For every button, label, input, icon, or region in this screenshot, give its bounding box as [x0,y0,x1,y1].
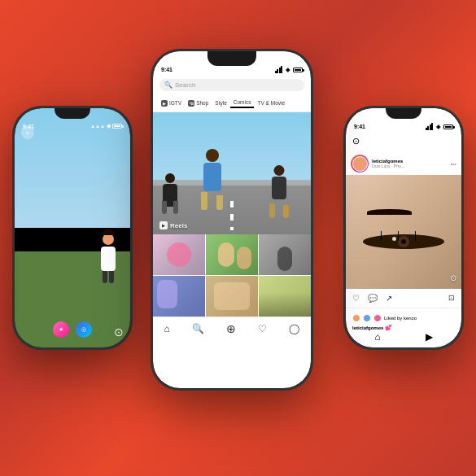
shop-icon: 🛍 [188,100,194,107]
grid-item-3[interactable] [259,234,311,275]
skater-3 [268,165,290,218]
save-icon-overlay[interactable]: ⊙ [450,269,456,284]
right-screen: 9:41 ◈ ⊙ leticiafgomes [346,108,461,347]
category-tabs: ▶ IGTV 🛍 Shop Style Comics TV & Movie [153,94,311,112]
right-battery-icon [443,124,453,129]
figure-body [101,247,116,271]
eyelash-3 [415,231,416,241]
skin-bg [346,175,461,289]
grid-item-2[interactable] [206,234,258,275]
grid-item-6[interactable] [259,276,311,317]
main-explore-image: ▶ Reels [153,112,311,234]
close-button[interactable]: × [21,126,34,139]
eyebrow [367,209,412,215]
figure-hair [102,229,115,235]
left-battery-icon [112,124,122,129]
center-notch [207,51,256,66]
nav-profile-icon[interactable]: ◯ [289,323,299,334]
heart-icon-post[interactable]: ♡ [352,294,360,303]
skater-3-body [268,165,290,218]
skater-1-body [161,173,179,214]
eye-highlight [392,237,396,241]
center-status-icons: ◈ [275,66,304,73]
skater-3-leg1 [269,203,275,218]
comment-icon-post[interactable]: 💬 [368,294,378,303]
skater-3-torso [272,177,286,199]
grid-item-5[interactable] [206,276,258,317]
camera-icon-left[interactable]: ⊙ [114,325,124,339]
nav-home-icon[interactable]: ⌂ [164,323,170,334]
search-bar[interactable]: 🔍 Search [159,79,304,91]
skater-2 [198,149,226,210]
skater-1-leg2 [173,201,178,214]
story-icon-sticker[interactable]: ★ [53,321,69,338]
right-bottom-nav: ⌂ ▶ [346,331,461,343]
grid-item-1[interactable] [153,234,205,275]
right-nav-reels[interactable]: ▶ [426,331,433,343]
left-signal-icon: ▲▲▲ [90,124,105,129]
portrait-image: ⊙ [346,175,461,289]
story-sub-text: Dua Lipa · Phy... [372,164,448,168]
nav-add-icon[interactable]: ⊕ [226,322,236,335]
liked-text: Liked by kenzo [384,316,417,321]
nav-heart-icon[interactable]: ♡ [258,323,267,334]
right-time: 9:41 [354,124,365,129]
phone-center: 9:41 ◈ 🔍 Search ▶ IGTV [151,49,313,391]
person-silhouette-2 [237,247,251,269]
left-notch [55,108,90,119]
skater-1-leg1 [162,201,167,214]
skate-grid-photo [259,234,311,275]
flower-center [167,242,191,267]
skater-2-leg2 [216,195,223,210]
skater-2-head [206,149,219,162]
more-options-icon[interactable]: ••• [451,161,456,167]
center-time: 9:41 [161,67,172,72]
iris [398,236,409,247]
tab-igtv[interactable]: ▶ IGTV [158,98,185,108]
skater-1 [161,173,179,214]
center-wifi-icon: ◈ [286,67,290,73]
eyelash-1 [381,231,382,241]
pupil [401,239,406,244]
skater-2-body [198,149,226,210]
center-screen: 9:41 ◈ 🔍 Search ▶ IGTV [153,51,311,388]
story-icon-filter[interactable]: ◎ [76,321,92,338]
grid-item-4[interactable] [153,276,205,317]
search-placeholder: Search [175,81,195,89]
left-status-icons: ▲▲▲ ◈ [90,123,122,129]
story-avatar-inner [352,156,368,172]
skater-3-head [274,165,285,176]
igtv-icon: ▶ [161,100,168,107]
bottom-nav: ⌂ 🔍 ⊕ ♡ ◯ [153,317,311,340]
liked-by-row: Liked by kenzo [352,312,455,325]
nav-search-icon[interactable]: 🔍 [192,323,204,334]
right-nav-home[interactable]: ⌂ [374,331,380,343]
skater-2-leg1 [201,192,207,210]
tab-comics[interactable]: Comics [230,98,255,108]
left-screen: 9:41 ▲▲▲ ◈ × ★ [15,108,130,347]
share-icon-post[interactable]: ↗ [386,294,392,303]
tab-tv-movie[interactable]: TV & Movie [254,98,288,108]
right-notch [386,108,421,119]
tab-shop[interactable]: 🛍 Shop [185,98,212,108]
eyelash-2 [398,231,399,241]
right-header: ⊙ [346,133,461,150]
story-user-row[interactable]: leticiafgomes Dua Lipa · Phy... ••• [346,150,461,175]
post-username-row: leticiafgomes 💕 [352,325,455,331]
reels-label: ▶ Reels [159,221,187,229]
search-icon: 🔍 [164,81,172,89]
interaction-row: ♡ 💬 ↗ ⊡ [346,289,461,308]
left-wifi-icon: ◈ [107,123,111,129]
flower-photo [153,234,205,275]
road-line [230,201,234,230]
camera-icon-right-top[interactable]: ⊙ [352,136,360,146]
tab-style[interactable]: Style [212,98,229,108]
figure-4 [157,280,177,308]
people-photo [206,234,258,275]
save-icon-post[interactable]: ⊡ [448,294,455,303]
right-wifi-icon: ◈ [436,124,440,130]
liked-avatar-3 [373,314,382,322]
story-ring-avatar [351,155,369,172]
figure-leg-right [109,271,114,283]
figure-head [103,234,114,245]
